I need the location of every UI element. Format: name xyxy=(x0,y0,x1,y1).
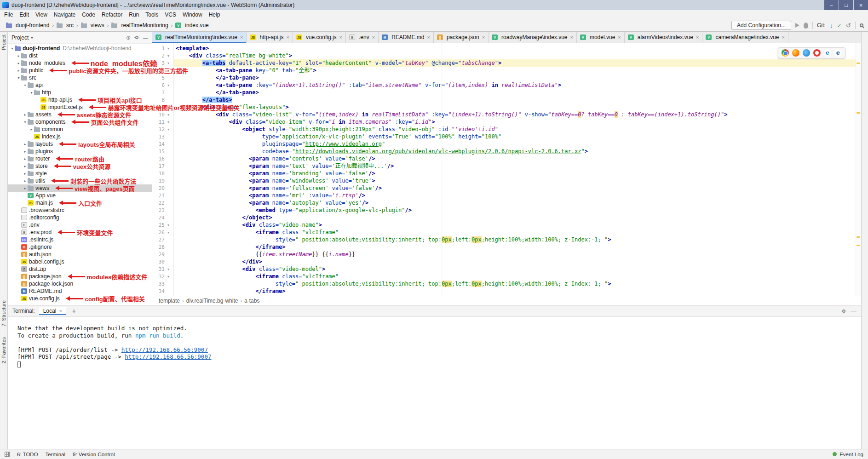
chevron-right-icon[interactable]: ▸ xyxy=(23,113,28,117)
tree-item-components[interactable]: ▾components页面公共组件文件 xyxy=(8,118,152,126)
code-line-2[interactable]: <div class="realTime bg-white"> xyxy=(174,52,861,59)
tab-close-icon[interactable]: × xyxy=(286,34,289,40)
code-line-25[interactable]: <div class="video-name"> xyxy=(174,221,861,229)
git-history-icon[interactable] xyxy=(846,23,851,29)
editor-tab-roadwaymanage-index-vue[interactable]: VroadwayManage\index.vue× xyxy=(489,32,577,43)
tree-item-layouts[interactable]: ▸layoutslayouts全局布局相关 xyxy=(8,140,152,148)
chevron-down-icon[interactable]: ▾ xyxy=(10,46,15,51)
editor[interactable]: 1▾2▾3▾4▾56▾789▾10▾11▾12▾1314151617181920… xyxy=(152,43,861,296)
editor-code-wrap[interactable]: <template><div class="realTime bg-white"… xyxy=(174,43,861,296)
editor-tab-alarmvideos-index-vue[interactable]: ValarmVideos\index.vue× xyxy=(625,32,703,43)
chevron-down-icon[interactable]: ▾ xyxy=(31,35,33,40)
tab-close-icon[interactable]: × xyxy=(570,34,573,40)
code-line-28[interactable]: </iframe> xyxy=(174,243,861,251)
tree-item-vue-config-js[interactable]: JSvue.config.jsconfig配置、代理相关 xyxy=(8,295,152,302)
firefox-icon[interactable] xyxy=(792,49,799,57)
edge-icon[interactable]: e xyxy=(834,49,842,57)
tool-windows-icon[interactable] xyxy=(5,452,10,457)
hide-panel-icon[interactable] xyxy=(143,34,148,41)
tab-close-icon[interactable]: × xyxy=(427,34,430,40)
tree-item-main-js[interactable]: JSmain.js入口文件 xyxy=(8,199,152,207)
chevron-right-icon[interactable]: ▸ xyxy=(23,179,28,183)
chevron-down-icon[interactable]: ▾ xyxy=(23,120,28,124)
chevron-right-icon[interactable]: ▸ xyxy=(29,127,34,132)
tree-item-editorconfig[interactable]: .editorconfig xyxy=(8,214,152,221)
code-line-9[interactable]: <div class="flex-layouts"> xyxy=(174,103,861,111)
tree-item-views[interactable]: ▸viewsview视图、pages页面 xyxy=(8,184,152,192)
tab-close-icon[interactable]: × xyxy=(696,34,699,40)
locate-file-icon[interactable] xyxy=(126,34,131,41)
code-line-21[interactable]: <param name='mrl' :value='i.rtsp'/> xyxy=(174,192,861,199)
tree-item-api[interactable]: ▾api xyxy=(8,81,152,89)
tree-item-auth-json[interactable]: {}auth.json xyxy=(8,251,152,258)
tree-item-eslintrc-js[interactable]: ES.eslintrc.js xyxy=(8,236,152,243)
terminal-output[interactable]: Note that the development build is not o… xyxy=(8,317,861,449)
safari-icon[interactable] xyxy=(803,49,810,57)
chevron-right-icon[interactable]: ▸ xyxy=(23,142,28,146)
chevron-right-icon[interactable]: ▸ xyxy=(16,61,21,65)
menu-edit[interactable]: Edit xyxy=(16,11,32,18)
new-terminal-button[interactable]: + xyxy=(70,307,78,315)
hide-panel-icon[interactable] xyxy=(851,308,857,314)
minimize-button[interactable] xyxy=(824,0,839,10)
code-line-12[interactable]: <object style="width:390px;height:219px"… xyxy=(174,126,861,133)
tree-item-duoji-frontend[interactable]: ▾duoji-frontendD:\zheheWeb\duoji-fronten… xyxy=(8,45,152,52)
search-everywhere-icon[interactable] xyxy=(860,23,863,27)
editor-tab-env[interactable]: E.env× xyxy=(346,32,379,43)
terminal-link[interactable]: http://192.168.66.56:9007 xyxy=(121,346,208,353)
chevron-right-icon[interactable]: ▸ xyxy=(16,54,21,58)
editor-tab-vue-config-js[interactable]: JSvue.config.js× xyxy=(293,32,346,43)
code-line-13[interactable]: type='application/x-vlc-plugin' events='… xyxy=(174,133,861,140)
editor-tab-http-api-js[interactable]: JShttp-api.js× xyxy=(247,32,293,43)
menu-code[interactable]: Code xyxy=(79,11,98,18)
opera-icon[interactable] xyxy=(813,49,821,57)
code-line-26[interactable]: <iframe class="vlcIframe" xyxy=(174,229,861,236)
fold-icon[interactable]: ▾ xyxy=(165,127,172,132)
breadcrumb-item-index-vue[interactable]: Vindex.vue xyxy=(174,22,210,29)
tab-close-icon[interactable]: × xyxy=(372,34,375,40)
chevron-down-icon[interactable]: ▾ xyxy=(29,91,34,95)
chevron-right-icon[interactable]: ▸ xyxy=(23,157,28,161)
fold-icon[interactable]: ▾ xyxy=(165,275,172,279)
tree-item-common[interactable]: ▸common xyxy=(8,126,152,133)
fold-icon[interactable]: ▾ xyxy=(165,61,172,65)
code-line-7[interactable]: </a-tab-pane> xyxy=(174,89,861,96)
code-line-23[interactable]: <embed type="application/x-google-vlc-pl… xyxy=(174,207,861,214)
chevron-down-icon[interactable]: ▾ xyxy=(16,76,21,80)
menu-view[interactable]: View xyxy=(32,11,51,18)
tab-close-icon[interactable]: × xyxy=(482,34,485,40)
error-stripe[interactable] xyxy=(856,43,861,296)
code-line-30[interactable]: </div> xyxy=(174,258,861,265)
tree-item-env-prod[interactable]: E.env.prod环境变量文件 xyxy=(8,229,152,236)
fold-icon[interactable]: ▾ xyxy=(165,223,172,227)
editor-tab-readme-md[interactable]: MREADME.md× xyxy=(379,32,434,43)
chrome-icon[interactable] xyxy=(782,49,789,57)
tree-item-public[interactable]: ▸publicpublic资源文件夹，一般放引用的第三方插件 xyxy=(8,67,152,74)
event-log-label[interactable]: Event Log xyxy=(839,452,863,457)
tree-item-gitignore[interactable]: G.gitignore xyxy=(8,243,152,251)
chevron-right-icon[interactable]: ▸ xyxy=(23,149,28,154)
code-line-24[interactable]: </object> xyxy=(174,214,861,221)
chevron-right-icon[interactable]: ▸ xyxy=(23,186,28,190)
menu-run[interactable]: Run xyxy=(126,11,142,18)
tab-close-icon[interactable]: × xyxy=(240,34,243,40)
add-configuration-button[interactable]: Add Configuration... xyxy=(731,21,791,30)
debug-icon[interactable] xyxy=(804,23,808,29)
tree-item-package-lock-json[interactable]: {}package-lock.json xyxy=(8,280,152,287)
terminal-tab-local[interactable]: Local × xyxy=(39,307,66,315)
fold-icon[interactable]: ▾ xyxy=(165,230,172,235)
menu-file[interactable]: File xyxy=(1,11,16,18)
code-line-34[interactable]: </iframe> xyxy=(174,287,861,295)
code-line-20[interactable]: <param name='fullscreen' value='false'/> xyxy=(174,184,861,192)
code-line-8[interactable]: </a-tabs> xyxy=(174,96,861,103)
tool-stripe-project[interactable]: Project xyxy=(1,34,6,50)
menu-navigate[interactable]: Navigate xyxy=(51,11,79,18)
tool-stripe-favorites[interactable]: 2: Favorites xyxy=(1,337,6,363)
breadcrumb-item-views[interactable]: views xyxy=(80,22,106,29)
editor-tab-cameramanage-index-vue[interactable]: VcameraManage\index.vue× xyxy=(702,32,788,43)
status-terminal[interactable]: Terminal xyxy=(46,452,65,457)
code-line-17[interactable]: <param name='text' value='正在加载视频中...'/> xyxy=(174,162,861,170)
code-line-10[interactable]: <div class="video-list" v-for="(item,ind… xyxy=(174,111,861,118)
tree-item-babel-config-js[interactable]: JSbabel.config.js xyxy=(8,258,152,265)
menu-vcs[interactable]: VCS xyxy=(161,11,179,18)
